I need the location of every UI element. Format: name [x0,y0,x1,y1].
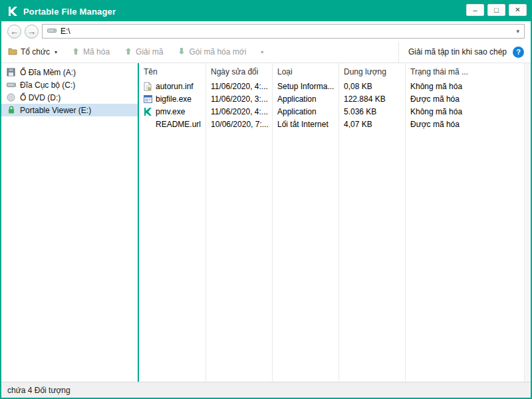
vertical-scrollbar[interactable] [524,63,531,382]
sidebar-item-local-disk-c[interactable]: Đĩa Cục bộ (C:) [1,78,138,91]
column-separator [272,63,273,382]
column-separator [205,63,206,382]
window-controls: – □ ✕ [466,4,527,16]
file-list: Tên Ngày sửa đổi Loại Dung lượng Trạng t… [139,63,524,382]
package-down-arrow-icon [178,47,186,57]
drive-tree: Ổ Đĩa Mềm (A:) Đĩa Cục bộ (C:) Ổ DVD (D:… [1,63,138,382]
column-header-status[interactable]: Trạng thái mã ... [405,67,524,76]
back-button[interactable]: ← [7,25,21,39]
address-bar[interactable]: E:\ ▾ [42,24,525,39]
chevron-down-icon: ▾ [55,49,57,55]
url-file-icon [143,120,152,129]
decrypt-on-copy-label: Giải mã tập tin khi sao chép [408,47,507,57]
window-title: Portable File Manager [23,7,116,17]
navigation-bar: ← → E:\ ▾ [1,21,531,41]
encrypt-arrow-icon [72,47,80,57]
organize-button[interactable]: Tổ chức ▾ [8,47,57,57]
folder-icon [8,47,17,57]
inf-file-icon [143,82,152,91]
kaspersky-k-icon [143,107,152,116]
maximize-button[interactable]: □ [487,4,505,16]
toolbar-right-group: Giải mã tập tin khi sao chép ? [398,41,524,63]
forward-button[interactable]: → [25,25,39,39]
sidebar-item-floppy-a[interactable]: Ổ Đĩa Mềm (A:) [1,66,138,78]
toolbar-more-chevron-icon[interactable]: ▾ [261,49,263,55]
column-separator [338,63,339,382]
kaspersky-logo-icon [7,6,18,17]
sidebar-item-dvd-d[interactable]: Ổ DVD (D:) [1,91,138,104]
encrypt-button[interactable]: Mã hóa [72,47,110,57]
dvd-drive-icon [6,93,16,102]
column-header-modified[interactable]: Ngày sửa đổi [205,67,272,76]
new-encrypted-package-button[interactable]: Gói mã hóa mới [178,47,246,57]
titlebar: Portable File Manager – □ ✕ [1,1,531,21]
decrypt-arrow-icon [124,47,132,57]
file-row-autorun[interactable]: autorun.inf 11/06/2020, 4:... Setup Info… [139,80,524,92]
address-path: E:\ [61,27,70,36]
column-header-name[interactable]: Tên [139,67,205,76]
help-icon[interactable]: ? [513,47,524,58]
list-header: Tên Ngày sửa đổi Loại Dung lượng Trạng t… [139,63,524,80]
toolbar: Tổ chức ▾ Mã hóa Giải mã Gói mã hóa mới … [1,41,531,63]
floppy-drive-icon [6,68,16,76]
file-row-pmv[interactable]: pmv.exe 11/06/2020, 4:... Application 5.… [139,105,524,118]
close-button[interactable]: ✕ [509,4,527,16]
file-row-bigfile[interactable]: bigfile.exe 11/06/2020, 3:... Applicatio… [139,92,524,105]
column-header-size[interactable]: Dung lượng [338,67,405,76]
encrypted-lock-icon [6,106,16,114]
sidebar-item-portable-viewer-e[interactable]: Portable Viewer (E:) [1,104,138,116]
column-separator [405,63,406,382]
main-content: Ổ Đĩa Mềm (A:) Đĩa Cục bộ (C:) Ổ DVD (D:… [1,63,531,382]
status-text: chứa 4 Đối tượng [7,386,70,395]
portable-file-manager-window: Portable File Manager – □ ✕ ← → E:\ ▾ Tổ… [0,0,532,399]
address-dropdown-chevron-icon[interactable]: ▾ [516,28,519,35]
exe-file-icon [143,94,152,104]
hard-drive-icon [6,81,16,88]
minimize-button[interactable]: – [466,4,484,16]
status-bar: chứa 4 Đối tượng [1,382,531,398]
file-row-readme[interactable]: README.url 10/06/2020, 7:... Lối tắt Int… [139,118,524,130]
column-header-type[interactable]: Loại [272,67,338,76]
decrypt-button[interactable]: Giải mã [124,47,163,57]
drive-icon [47,27,57,36]
